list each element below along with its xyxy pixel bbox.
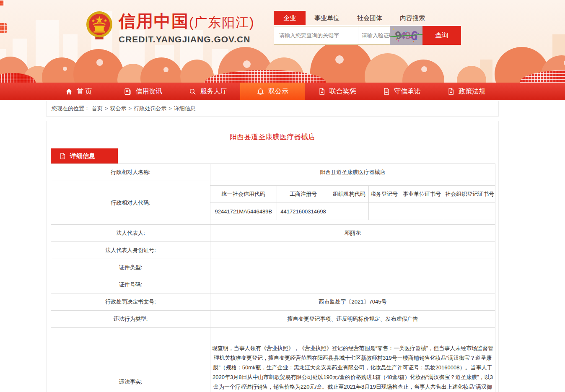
search-box: [274, 26, 390, 45]
home-icon: [65, 88, 73, 96]
news-icon: [124, 88, 132, 96]
lattice-decoration: [0, 23, 7, 33]
detail-table: 行政相对人名称: 阳西县道圣康膜医疗器械店 行政相对人代码: 统一社会信用代码 …: [51, 164, 495, 392]
search-row: 9 4 9 6 查询: [274, 26, 461, 45]
main-nav: 首 页 信用资讯 服务大厅 双公示 联合奖惩 守信承诺 政策法规: [0, 83, 565, 100]
code-header: 税务登记号: [368, 186, 400, 203]
site-logo[interactable]: 信用中国(广东阳江) CREDIT.YANGJIANG.GOV.CN: [86, 11, 255, 44]
nav-label: 联合奖惩: [329, 87, 356, 96]
search-icon: [189, 88, 197, 96]
document-icon: [59, 153, 66, 160]
dot-decoration: [335, 55, 344, 64]
captcha-input[interactable]: [358, 26, 395, 44]
logo-title-main: 信用中国: [119, 12, 189, 30]
nav-item-policies-regulations[interactable]: 政策法规: [434, 83, 499, 100]
nav-label: 双公示: [268, 87, 288, 96]
page-title: 阳西县道圣康膜医疗器械店: [51, 132, 494, 142]
captcha-image[interactable]: 9 4 9 6: [390, 26, 422, 45]
nav-label: 守信承诺: [394, 87, 421, 96]
nav-item-home[interactable]: 首 页: [46, 83, 111, 100]
table-row: 行政处罚决定书文号: 西市监处字〔2021〕7045号: [51, 293, 495, 311]
code-value: 92441721MA5446489B: [210, 203, 277, 220]
cloud-decoration: [140, 57, 182, 83]
bell-icon: [257, 88, 264, 96]
row-value: 邓丽花: [210, 225, 495, 242]
search-tab-enterprise[interactable]: 企业: [274, 11, 306, 25]
cloud-decoration: [73, 49, 124, 83]
logo-text: 信用中国(广东阳江) CREDIT.YANGJIANG.GOV.CN: [119, 11, 255, 44]
row-value-facts: 现查明，当事人领有《营业执照》，《营业执照》登记的经营范围是“零售：一类医疗器械…: [210, 328, 495, 392]
row-label: 违法行为类型:: [51, 311, 210, 328]
nav-label: 首 页: [77, 87, 92, 96]
breadcrumb-link-home[interactable]: 首页: [92, 105, 103, 112]
row-label: 法人代表人:: [51, 225, 210, 242]
breadcrumb-separator: >: [129, 105, 132, 112]
row-value: [210, 276, 495, 293]
table-row: 法人代表人: 邓丽花: [51, 225, 495, 242]
dot-decoration: [96, 59, 103, 66]
breadcrumb-prefix: 您现在的位置：: [52, 105, 90, 112]
code-header: 组织机构代码: [330, 186, 368, 203]
row-label: 证件号码:: [51, 276, 210, 293]
row-value: 擅自变更登记事项、违反明码标价规定、发布虚假广告: [210, 311, 495, 328]
code-header: 社会组织登记证书号: [444, 186, 495, 203]
search-tab-public-institution[interactable]: 事业单位: [306, 11, 348, 25]
breadcrumb-separator: >: [168, 105, 172, 112]
row-label: 法人代表人身份证号:: [51, 242, 210, 259]
national-emblem-icon: [86, 11, 113, 41]
code-header-row: 统一社会信用代码 工商注册号 组织机构代码 税务登记号 事业单位证书号 社会组织…: [210, 186, 495, 203]
breadcrumb-link-penalty-publicity[interactable]: 行政处罚公示: [134, 105, 166, 112]
breadcrumb-current: 详细信息: [174, 105, 196, 112]
section-banner-label: 详细信息: [70, 152, 95, 160]
code-value: [444, 203, 495, 220]
table-row: 证件类型:: [51, 259, 495, 276]
dot-decoration: [421, 66, 427, 72]
main-nav-items: 首 页 信用资讯 服务大厅 双公示 联合奖惩 守信承诺 政策法规: [46, 83, 499, 100]
code-value: [400, 203, 444, 220]
section-banner: 详细信息: [51, 148, 118, 164]
search-tab-social-org[interactable]: 社会团体: [348, 11, 391, 25]
row-value: [210, 259, 495, 276]
site-header: 信用中国(广东阳江) CREDIT.YANGJIANG.GOV.CN 企业 事业…: [0, 0, 565, 83]
nav-item-credit-commitment[interactable]: 守信承诺: [369, 83, 434, 100]
row-label: 行政相对人名称:: [51, 164, 210, 181]
table-row: 证件号码:: [51, 276, 495, 293]
code-value: 441721600314698: [277, 203, 330, 220]
dot-decoration: [163, 67, 168, 72]
code-value-row: 92441721MA5446489B 441721600314698: [210, 203, 495, 220]
document-icon: [318, 88, 326, 95]
document-icon: [383, 88, 390, 95]
breadcrumb-link-dual-publicity[interactable]: 双公示: [110, 105, 127, 112]
facts-text: 现查明，当事人领有《营业执照》，《营业执照》登记的经营范围是“零售：一类医疗器械…: [211, 343, 494, 392]
dot-decoration: [63, 67, 67, 71]
row-label: 证件类型:: [51, 259, 210, 276]
table-row: 违法行为类型: 擅自变更登记事项、违反明码标价规定、发布虚假广告: [51, 311, 495, 328]
search-tab-content[interactable]: 内容搜索: [391, 11, 434, 25]
search-submit-button[interactable]: 查询: [422, 26, 461, 45]
code-sub-table: 统一社会信用代码 工商注册号 组织机构代码 税务登记号 事业单位证书号 社会组织…: [210, 185, 495, 220]
table-row: 行政相对人名称: 阳西县道圣康膜医疗器械店: [51, 164, 495, 181]
row-value: 统一社会信用代码 工商注册号 组织机构代码 税务登记号 事业单位证书号 社会组织…: [210, 181, 495, 225]
nav-item-dual-publicity[interactable]: 双公示: [240, 83, 305, 100]
nav-item-credit-news[interactable]: 信用资讯: [111, 83, 175, 100]
breadcrumb-separator: >: [105, 105, 108, 112]
search-keyword-input[interactable]: [274, 26, 358, 44]
row-label: 违法事实:: [51, 328, 210, 392]
nav-label: 信用资讯: [135, 87, 162, 96]
table-row: 行政相对人代码: 统一社会信用代码 工商注册号 组织机构代码 税务登记号 事业单…: [51, 181, 495, 225]
code-value: [330, 203, 368, 220]
row-label: 行政处罚决定书文号:: [51, 293, 210, 311]
captcha-noise-dots: [393, 29, 394, 30]
nav-item-joint-reward-punishment[interactable]: 联合奖惩: [305, 83, 369, 100]
table-row: 法人代表人身份证号:: [51, 242, 495, 259]
lattice-decoration: [0, 0, 4, 6]
logo-title-region: (广东阳江): [189, 15, 255, 30]
search-tabs: 企业 事业单位 社会团体 内容搜索: [274, 12, 461, 26]
row-value: 阳西县道圣康膜医疗器械店: [210, 164, 495, 181]
row-value: [210, 242, 495, 259]
row-label: 行政相对人代码:: [51, 181, 210, 225]
dot-decoration: [243, 60, 251, 68]
logo-domain: CREDIT.YANGJIANG.GOV.CN: [119, 34, 255, 44]
nav-item-service-hall[interactable]: 服务大厅: [176, 83, 240, 100]
table-row: 违法事实: 现查明，当事人领有《营业执照》，《营业执照》登记的经营范围是“零售：…: [51, 328, 495, 392]
